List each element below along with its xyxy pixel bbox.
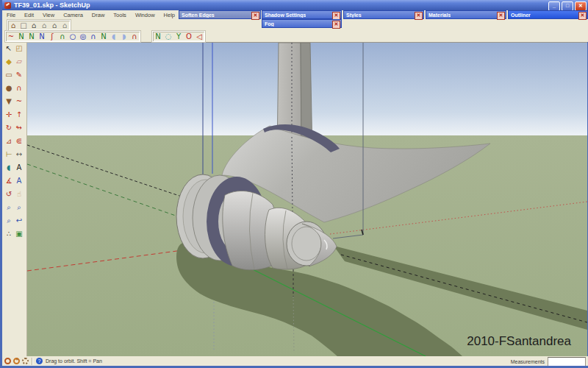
protractor-tool[interactable]: ◖ bbox=[4, 162, 14, 174]
view-left-tool[interactable]: ⌂ bbox=[60, 21, 70, 30]
views-toolbar: ⌂□⌂⌂⌂⌂ bbox=[7, 20, 71, 31]
offset-tool[interactable]: ⋐ bbox=[14, 135, 24, 148]
wrench-tool[interactable]: Y bbox=[173, 32, 184, 41]
axes-tool[interactable]: ∡ bbox=[4, 175, 14, 188]
section-plane-tool[interactable]: ▣ bbox=[14, 228, 24, 241]
walk-tool[interactable]: ∴ bbox=[4, 228, 14, 241]
polyline-2-tool[interactable]: N bbox=[26, 32, 37, 41]
view-top-tool[interactable]: □ bbox=[18, 21, 29, 30]
menu-item[interactable]: Tools bbox=[109, 12, 131, 18]
styles-palette-bar[interactable]: Styles ✕ bbox=[343, 10, 424, 19]
pan-tool[interactable]: ☝ bbox=[14, 188, 24, 201]
freehand-tool[interactable]: ~ bbox=[14, 96, 24, 108]
menu-item[interactable]: File bbox=[2, 12, 20, 18]
claim-status-icon[interactable] bbox=[22, 358, 29, 364]
geolocation-status-icon[interactable] bbox=[4, 358, 11, 364]
ellipse-red-tool[interactable]: O bbox=[184, 32, 194, 41]
curve-tools-toolbar: ~NNNʃ∩○◎∩N◖◗∩ bbox=[5, 31, 140, 42]
eraser-tool[interactable]: ▱ bbox=[14, 56, 24, 68]
title-bar[interactable]: TF39_01.skp - SketchUp _ □ ✕ bbox=[2, 0, 588, 10]
move-tool[interactable]: ✛ bbox=[4, 109, 14, 121]
paint-bucket-tool[interactable]: ◆ bbox=[4, 56, 14, 68]
curve-edit-toolbar: N◌YO◁ bbox=[152, 31, 205, 42]
menu-item[interactable]: Draw bbox=[87, 12, 110, 18]
bezier-curve-tool[interactable]: ~ bbox=[6, 32, 16, 41]
spiral-tool[interactable]: ◎ bbox=[78, 32, 88, 41]
zigzag-tool[interactable]: N bbox=[98, 32, 109, 41]
push-pull-tool[interactable]: ↑ bbox=[14, 109, 24, 121]
spline-tool[interactable]: ʃ bbox=[47, 32, 57, 41]
status-hint-text: Drag to orbit. Shift = Pan bbox=[46, 358, 102, 364]
close-icon[interactable]: ✕ bbox=[497, 12, 505, 20]
arc-blue-tool[interactable]: ∩ bbox=[88, 32, 98, 41]
sketchup-window: TF39_01.skp - SketchUp _ □ ✕ FileEditVie… bbox=[0, 0, 588, 368]
menu-item[interactable]: Help bbox=[159, 12, 179, 18]
text-tool[interactable]: A bbox=[14, 162, 24, 174]
menu-item[interactable]: Camera bbox=[59, 12, 87, 18]
arc-green-tool[interactable]: ∩ bbox=[57, 32, 68, 41]
left-toolbar-strip: ↖◰◆▱▭✎●∩▼~✛↑↻↬⊿⋐⊢↔◖A∡A↺☝⌕⌕⌕↩∴▣ bbox=[2, 42, 27, 356]
make-component-tool[interactable]: ◰ bbox=[14, 43, 24, 55]
ellipse-tool[interactable]: ○ bbox=[68, 32, 78, 41]
polyline-3-tool[interactable]: N bbox=[37, 32, 47, 41]
sketchup-logo-icon bbox=[4, 2, 11, 9]
shadow-settings-palette-bar[interactable]: Shadow Settings ✕ bbox=[262, 10, 342, 19]
materials-palette-bar[interactable]: Materials ✕ bbox=[426, 10, 506, 19]
polygon-tool[interactable]: ▼ bbox=[4, 96, 14, 108]
tape-measure-tool[interactable]: ⊢ bbox=[4, 149, 14, 161]
polyline-1-tool[interactable]: N bbox=[16, 32, 26, 41]
help-icon[interactable]: ? bbox=[36, 358, 43, 364]
outliner-palette-bar[interactable]: Outliner ✕ bbox=[508, 10, 588, 19]
dashed-circle-tool[interactable]: ◌ bbox=[163, 32, 173, 41]
divider bbox=[32, 358, 33, 365]
zoom-tool[interactable]: ⌕ bbox=[4, 202, 14, 214]
credits-status-icon[interactable] bbox=[13, 358, 20, 364]
measurements-label: Measurements bbox=[511, 359, 545, 364]
close-icon[interactable]: ✕ bbox=[415, 12, 423, 20]
soften-edges-palette-bar[interactable]: Soften Edges ✕ bbox=[179, 10, 261, 19]
menu-item[interactable]: Window bbox=[131, 12, 159, 18]
line-tool[interactable]: ✎ bbox=[14, 69, 24, 82]
large-tool-set: ↖◰◆▱▭✎●∩▼~✛↑↻↬⊿⋐⊢↔◖A∡A↺☝⌕⌕⌕↩∴▣ bbox=[2, 42, 26, 241]
dimension-tool[interactable]: ↔ bbox=[14, 149, 24, 161]
close-icon[interactable]: ✕ bbox=[332, 21, 340, 29]
arc-tool[interactable]: ∩ bbox=[14, 82, 24, 95]
zoom-extents-tool[interactable]: ⌕ bbox=[4, 215, 14, 227]
view-right-tool[interactable]: ⌂ bbox=[39, 21, 49, 30]
rotate-tool[interactable]: ↻ bbox=[4, 122, 14, 135]
dome-right-tool[interactable]: ◗ bbox=[119, 32, 129, 41]
scale-tool[interactable]: ⊿ bbox=[4, 135, 14, 148]
menu-item[interactable]: View bbox=[38, 12, 59, 18]
close-icon[interactable]: ✕ bbox=[251, 12, 259, 20]
view-back-tool[interactable]: ⌂ bbox=[49, 21, 60, 30]
3d-text-tool[interactable]: A bbox=[14, 175, 24, 188]
fog-palette-bar[interactable]: Fog ✕ bbox=[262, 19, 342, 28]
follow-me-tool[interactable]: ↬ bbox=[14, 122, 24, 135]
orbit-tool[interactable]: ↺ bbox=[4, 188, 14, 201]
zoom-window-tool[interactable]: ⌕ bbox=[14, 202, 24, 214]
pie-tool-tool[interactable]: ◁ bbox=[194, 32, 204, 41]
dome-left-tool[interactable]: ◖ bbox=[109, 32, 119, 41]
view-front-tool[interactable]: ⌂ bbox=[29, 21, 39, 30]
menu-item[interactable]: Edit bbox=[20, 12, 38, 18]
status-bar: ? Drag to orbit. Shift = Pan Measurement… bbox=[2, 356, 588, 366]
model-scene bbox=[27, 43, 587, 356]
select-tool[interactable]: ↖ bbox=[4, 43, 14, 55]
circle-tool[interactable]: ● bbox=[4, 82, 14, 95]
zoom-previous-tool[interactable]: ↩ bbox=[14, 215, 24, 227]
close-icon[interactable]: ✕ bbox=[578, 12, 587, 20]
view-iso-tool[interactable]: ⌂ bbox=[8, 21, 18, 30]
rectangle-tool[interactable]: ▭ bbox=[4, 69, 14, 82]
3d-viewport[interactable]: 2010-FSantandrea bbox=[26, 42, 587, 356]
arc-red-tool[interactable]: ∩ bbox=[129, 32, 140, 41]
window-title: TF39_01.skp - SketchUp bbox=[14, 1, 90, 9]
polyline-edit-tool[interactable]: N bbox=[153, 32, 163, 41]
watermark-text: 2010-FSantandrea bbox=[467, 334, 571, 349]
